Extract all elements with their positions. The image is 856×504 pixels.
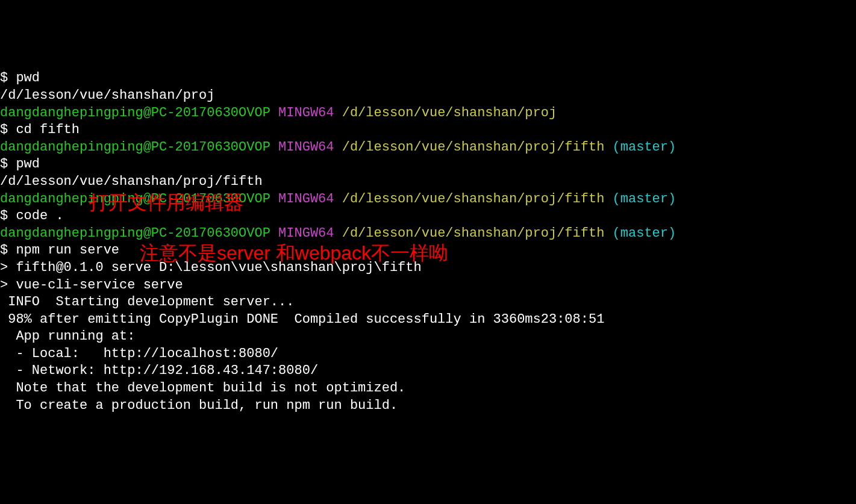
- output-line: 98% after emitting CopyPlugin DONE Compi…: [0, 311, 856, 329]
- mingw-label: MINGW64: [270, 140, 334, 155]
- mingw-label: MINGW64: [270, 226, 334, 241]
- output-line: Note that the development build is not o…: [0, 380, 856, 397]
- mingw-label: MINGW64: [270, 191, 334, 207]
- command-text: $ code .: [0, 208, 64, 223]
- path-text: /d/lesson/vue/shanshan/proj/fifth: [334, 140, 605, 155]
- prompt-line: $ pwd: [0, 156, 856, 173]
- path-text: /d/lesson/vue/shanshan/proj/fifth: [334, 191, 605, 207]
- git-branch: (master): [604, 140, 676, 155]
- git-branch: (master): [604, 226, 676, 241]
- path-text: /d/lesson/vue/shanshan/proj: [334, 105, 557, 120]
- output-line: INFO Starting development server...: [0, 294, 856, 311]
- output-line: > vue-cli-service serve: [0, 277, 856, 294]
- prompt-header: dangdanghepingping@PC-20170630OVOP MINGW…: [0, 139, 856, 157]
- output-line: App running at:: [0, 328, 856, 346]
- command-text: $ npm run serve: [0, 243, 119, 258]
- annotation-editor: 打开文件用编辑器: [89, 190, 243, 216]
- user-host: dangdanghepingping@PC-20170630OVOP: [0, 226, 270, 241]
- output-line: /d/lesson/vue/shanshan/proj/fifth: [0, 173, 856, 191]
- output-line: - Local: http://localhost:8080/: [0, 346, 856, 363]
- user-host: dangdanghepingping@PC-20170630OVOP: [0, 105, 270, 120]
- command-text: $ pwd: [0, 70, 40, 86]
- command-text: $ pwd: [0, 157, 40, 172]
- git-branch: (master): [604, 191, 676, 207]
- prompt-header: dangdanghepingping@PC-20170630OVOP MINGW…: [0, 225, 856, 243]
- output-line: - Network: http://192.168.43.147:8080/: [0, 362, 856, 380]
- prompt-line: $ cd fifth: [0, 122, 856, 139]
- mingw-label: MINGW64: [270, 105, 334, 120]
- user-host: dangdanghepingping@PC-20170630OVOP: [0, 140, 270, 155]
- prompt-line: $ pwd: [0, 70, 856, 87]
- command-text: $ cd fifth: [0, 122, 80, 137]
- annotation-server-note: 注意不是server 和webpack不一样呦: [140, 241, 448, 266]
- output-line: To create a production build, run npm ru…: [0, 397, 856, 415]
- output-line: /d/lesson/vue/shanshan/proj: [0, 87, 856, 105]
- prompt-header: dangdanghepingping@PC-20170630OVOP MINGW…: [0, 105, 856, 122]
- path-text: /d/lesson/vue/shanshan/proj/fifth: [334, 226, 605, 241]
